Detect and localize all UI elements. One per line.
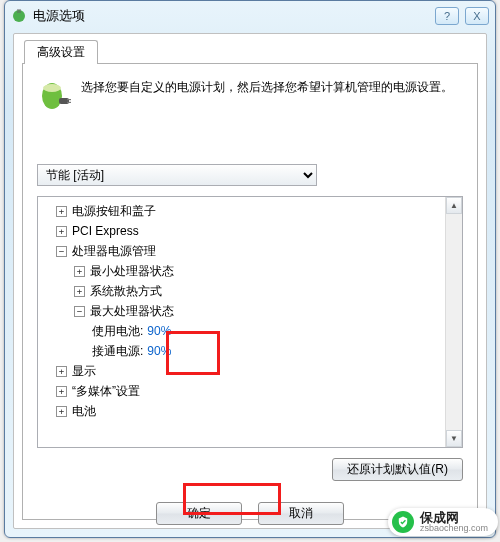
tree-item-min-processor[interactable]: + 最小处理器状态 xyxy=(42,261,442,281)
help-button[interactable]: ? xyxy=(435,7,459,25)
expand-icon[interactable]: + xyxy=(56,206,67,217)
cancel-button[interactable]: 取消 xyxy=(258,502,344,525)
tree-item-power-button-lid[interactable]: + 电源按钮和盖子 xyxy=(42,201,442,221)
svg-rect-5 xyxy=(59,98,69,104)
titlebar[interactable]: 电源选项 ? X xyxy=(5,1,495,31)
svg-point-0 xyxy=(13,10,25,22)
expand-icon[interactable]: + xyxy=(74,266,85,277)
expand-icon[interactable]: + xyxy=(56,386,67,397)
property-sheet: 高级设置 选择您要自定义的电源计划，然后选择您希望计算机管理的电源设置。 xyxy=(13,33,487,529)
svg-rect-2 xyxy=(20,9,21,13)
scroll-down-button[interactable]: ▼ xyxy=(446,430,462,447)
expand-icon[interactable]: + xyxy=(56,226,67,237)
expand-icon[interactable]: + xyxy=(56,406,67,417)
value-on-battery[interactable]: 90% xyxy=(147,321,171,341)
scroll-up-button[interactable]: ▲ xyxy=(446,197,462,214)
tab-advanced[interactable]: 高级设置 xyxy=(24,40,98,64)
settings-tree: + 电源按钮和盖子 + PCI Express − 处理器电源管理 + 最小处理… xyxy=(37,196,463,448)
watermark-badge: 保成网 zsbaocheng.com xyxy=(388,508,498,536)
window-title: 电源选项 xyxy=(33,8,435,25)
expand-icon[interactable]: + xyxy=(56,366,67,377)
tree-leaf-on-ac[interactable]: 接通电源: 90% xyxy=(42,341,442,361)
svg-rect-6 xyxy=(67,99,71,100)
tree-item-processor-mgmt[interactable]: − 处理器电源管理 xyxy=(42,241,442,261)
intro-text: 选择您要自定义的电源计划，然后选择您希望计算机管理的电源设置。 xyxy=(81,78,453,112)
value-on-ac[interactable]: 90% xyxy=(147,341,171,361)
tree-item-multimedia[interactable]: + “多媒体”设置 xyxy=(42,381,442,401)
ok-button[interactable]: 确定 xyxy=(156,502,242,525)
tree-item-cooling[interactable]: + 系统散热方式 xyxy=(42,281,442,301)
tree-leaf-on-battery[interactable]: 使用电池: 90% xyxy=(42,321,442,341)
tree-item-pci-express[interactable]: + PCI Express xyxy=(42,221,442,241)
tree-item-battery[interactable]: + 电池 xyxy=(42,401,442,421)
vertical-scrollbar[interactable]: ▲ ▼ xyxy=(445,197,462,447)
power-plug-icon xyxy=(11,8,27,24)
collapse-icon[interactable]: − xyxy=(74,306,85,317)
tree-item-display[interactable]: + 显示 xyxy=(42,361,442,381)
expand-icon[interactable]: + xyxy=(74,286,85,297)
close-button[interactable]: X xyxy=(465,7,489,25)
power-plan-select[interactable]: 节能 [活动] xyxy=(37,164,317,186)
restore-defaults-button[interactable]: 还原计划默认值(R) xyxy=(332,458,463,481)
svg-point-4 xyxy=(43,84,61,92)
watermark-url: zsbaocheng.com xyxy=(420,524,488,533)
shield-check-icon xyxy=(392,511,414,533)
tree-item-max-processor[interactable]: − 最大处理器状态 xyxy=(42,301,442,321)
svg-rect-7 xyxy=(67,102,71,103)
tab-panel: 选择您要自定义的电源计划，然后选择您希望计算机管理的电源设置。 节能 [活动] … xyxy=(22,63,478,520)
dialog-window: 电源选项 ? X 高级设置 选择您要自定义的电源计划，然后 xyxy=(4,0,496,538)
collapse-icon[interactable]: − xyxy=(56,246,67,257)
battery-plug-icon xyxy=(37,78,71,112)
svg-rect-1 xyxy=(18,9,19,13)
